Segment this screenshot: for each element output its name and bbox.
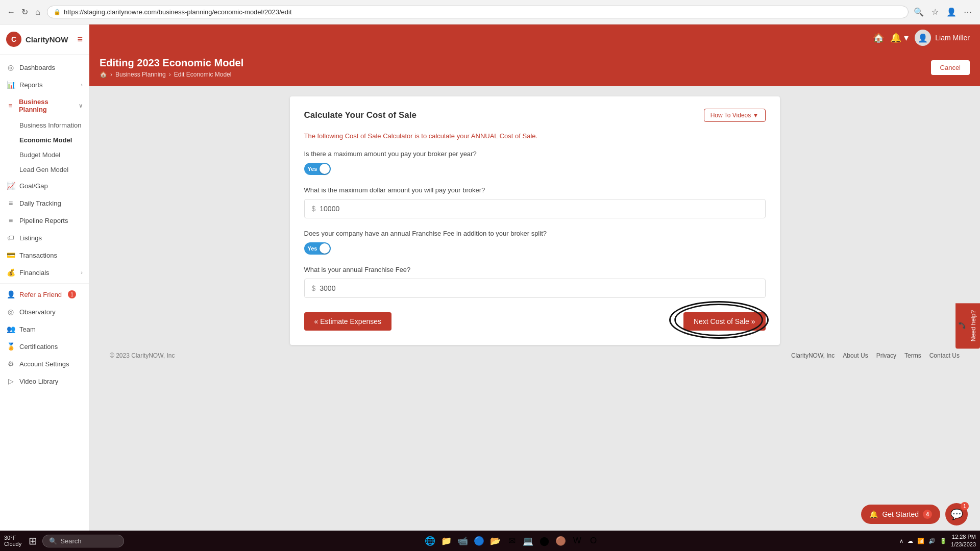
sidebar-item-label: Reports [19,81,43,89]
sidebar-item-transactions[interactable]: 💳 Transactions [0,246,89,264]
footer-link-contact[interactable]: Contact Us [929,352,960,359]
sidebar-item-team[interactable]: 👥 Team [0,320,89,338]
dashboards-icon: ◎ [6,63,15,71]
sidebar-item-reports[interactable]: 📊 Reports › [0,76,89,93]
card-title: Calculate Your Cost of Sale [304,110,416,120]
sidebar-item-label: Account Settings [19,360,69,368]
observatory-icon: ◎ [6,308,15,316]
toggle1-thumb [320,164,330,174]
breadcrumb-business-planning[interactable]: Business Planning [115,71,166,78]
sidebar-item-financials[interactable]: 💰 Financials › [0,264,89,281]
footer-link-terms[interactable]: Terms [904,352,921,359]
need-help-tab[interactable]: 📞 Need help? [955,303,980,348]
broker-max-amount-input[interactable] [320,205,757,213]
address-bar[interactable]: 🔒 https://staging.claritynowre.com/busin… [47,6,909,18]
lock-icon: 🔒 [54,9,61,15]
question3-toggle[interactable]: Yes [304,242,331,255]
pipeline-icon: ≡ [6,216,15,224]
sidebar-item-account-settings[interactable]: ⚙ Account Settings [0,355,89,372]
footer-link-privacy[interactable]: Privacy [876,352,896,359]
how-to-videos-button[interactable]: How To Videos ▼ [704,109,766,122]
phone-icon: 📞 [959,322,966,330]
profile-icon[interactable]: 👤 [945,6,958,18]
question3-group: Does your company have an annual Franchi… [304,230,766,255]
toggle2-yes-label: Yes [308,245,317,252]
toggle2-thumb [320,243,330,254]
home-header-icon[interactable]: 🏠 [873,32,884,43]
question4-label: What is your annual Franchise Fee? [304,266,766,273]
refer-friend-icon: 👤 [6,290,15,298]
business-planning-icon: ≡ [6,102,15,110]
copyright-text: © 2023 ClarityNOW, Inc [110,352,175,359]
get-started-badge: 4 [923,510,932,519]
breadcrumb-sep2: › [169,71,171,78]
footer-link-about[interactable]: About Us [843,352,868,359]
toggle2-container: Yes [304,242,766,255]
favorites-icon[interactable]: ☆ [929,6,941,18]
broker-max-amount-field[interactable]: $ [304,199,766,218]
sidebar-item-observatory[interactable]: ◎ Observatory [0,303,89,320]
user-menu[interactable]: 👤 Liam Miller [915,30,970,46]
sidebar-logo: C ClarityNOW ≡ [0,24,89,55]
get-started-label: Get Started [882,510,919,518]
submenu-item-economic-model[interactable]: Economic Model [19,133,89,147]
sidebar-item-video-library[interactable]: ▷ Video Library [0,372,89,390]
sidebar-item-certifications[interactable]: 🏅 Certifications [0,338,89,355]
daily-tracking-icon: ≡ [6,199,15,207]
next-cos-wrapper: Next Cost of Sale » [683,312,766,331]
chat-button[interactable]: 💬 1 [945,503,968,525]
sidebar-item-label: Certifications [19,343,58,350]
sidebar-item-dashboards[interactable]: ◎ Dashboards [0,59,89,76]
breadcrumb-current: Edit Economic Model [174,71,232,78]
back-button[interactable]: ← [6,7,16,17]
sidebar-item-label: Transactions [19,252,57,259]
question2-label: What is the maximum dollar amount you wi… [304,186,766,194]
hamburger-icon[interactable]: ≡ [77,34,83,45]
sidebar-item-pipeline-reports[interactable]: ≡ Pipeline Reports [0,212,89,229]
next-cost-of-sale-button[interactable]: Next Cost of Sale » [683,312,766,331]
question2-group: What is the maximum dollar amount you wi… [304,186,766,218]
home-button[interactable]: ⌂ [33,7,43,17]
question1-toggle[interactable]: Yes [304,163,331,175]
toggle1-container: Yes [304,163,766,175]
estimate-expenses-button[interactable]: « Estimate Expenses [304,312,392,331]
page-title-area: Editing 2023 Economic Model 🏠 › Business… [100,57,243,78]
chat-badge: 1 [961,502,969,510]
get-started-bell-icon: 🔔 [869,510,878,518]
sidebar-item-refer-friend[interactable]: 👤 Refer a Friend 1 [0,286,89,303]
breadcrumb-home-icon[interactable]: 🏠 [100,71,107,78]
sidebar-item-daily-tracking[interactable]: ≡ Daily Tracking [0,194,89,212]
financials-icon: 💰 [6,268,15,277]
submenu-item-budget-model[interactable]: Budget Model [19,147,89,162]
sidebar-item-label: Goal/Gap [19,182,48,190]
footer-link-claritynow[interactable]: ClarityNOW, Inc [791,352,835,359]
sidebar-item-listings[interactable]: 🏷 Listings [0,229,89,246]
notification-bell-icon[interactable]: 🔔 ▾ [890,32,909,43]
page-header: Editing 2023 Economic Model 🏠 › Business… [89,51,980,86]
cancel-button[interactable]: Cancel [931,60,970,75]
content-area: Calculate Your Cost of Sale How To Video… [89,86,980,531]
breadcrumb-sep: › [110,71,112,78]
sidebar-item-label: Dashboards [19,64,55,71]
sidebar: C ClarityNOW ≡ ◎ Dashboards 📊 Reports › … [0,24,89,531]
franchise-fee-field[interactable]: $ [304,279,766,298]
listings-icon: 🏷 [6,234,15,242]
submenu-item-lead-gen-model[interactable]: Lead Gen Model [19,162,89,177]
logo-icon: C [6,32,21,47]
sidebar-item-label: Listings [19,234,42,242]
reload-button[interactable]: ↻ [19,7,30,17]
menu-icon[interactable]: ⋯ [962,6,974,18]
browser-nav-buttons: ← ↻ ⌂ [6,7,43,17]
floating-buttons: 🔔 Get Started 4 💬 1 [861,503,968,525]
chat-icon: 💬 [950,508,963,520]
submenu-item-business-information[interactable]: Business Information [19,118,89,133]
chevron-right-icon: › [81,269,83,276]
sidebar-item-business-planning[interactable]: ≡ Business Planning ∨ [0,93,89,118]
get-started-button[interactable]: 🔔 Get Started 4 [861,505,940,524]
search-browser-icon[interactable]: 🔍 [913,6,925,18]
sidebar-item-goal-gap[interactable]: 📈 Goal/Gap [0,177,89,194]
question1-group: Is there a maximum amount you pay your b… [304,150,766,175]
chevron-right-icon: › [81,82,83,88]
footer-links: ClarityNOW, Inc About Us Privacy Terms C… [791,352,960,359]
franchise-fee-input[interactable] [320,284,757,292]
